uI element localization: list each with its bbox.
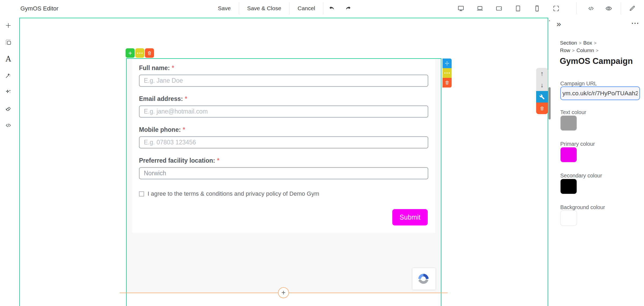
fullscreen-icon[interactable] <box>547 0 566 17</box>
secondary-colour-swatch[interactable] <box>560 179 577 194</box>
code-view-icon[interactable] <box>582 0 600 17</box>
primary-colour-label: Primary colour <box>560 141 595 147</box>
add-section-button[interactable]: + <box>278 287 289 298</box>
tablet-portrait-preview-icon[interactable] <box>508 0 528 17</box>
typography-icon[interactable]: A <box>0 50 17 67</box>
laptop-preview-icon[interactable] <box>470 0 489 17</box>
redo-icon[interactable] <box>340 0 357 17</box>
email-input[interactable] <box>139 105 428 118</box>
undo-icon[interactable] <box>323 0 340 17</box>
save-and-close-button[interactable]: Save & Close <box>239 0 289 17</box>
terms-checkbox[interactable] <box>139 191 144 196</box>
layout-sections-icon[interactable] <box>0 34 17 50</box>
collapse-panel-icon[interactable]: » <box>557 19 561 28</box>
required-marker: * <box>185 95 187 102</box>
trash-icon <box>444 80 450 85</box>
topbar-actions: Save Save & Close Cancel <box>210 0 357 17</box>
cancel-button[interactable]: Cancel <box>290 0 323 17</box>
delete-section-button[interactable] <box>536 103 548 114</box>
settings-panel: » ⋯ Section>Box> Row>Column> GymOS Campa… <box>551 17 644 306</box>
add-element-icon[interactable] <box>0 17 17 34</box>
magic-wand-icon[interactable] <box>0 67 17 84</box>
breadcrumb-column[interactable]: Column <box>576 48 594 53</box>
delete-column-button[interactable] <box>442 78 452 88</box>
wrench-icon <box>539 94 545 100</box>
move-down-button[interactable]: ↓ <box>536 79 548 91</box>
editor-sidebar: A <box>0 17 17 134</box>
breadcrumb: Section>Box> Row>Column> <box>560 39 600 54</box>
delete-block-button[interactable] <box>145 48 154 58</box>
section-controls: ↑ ↓ <box>536 68 548 114</box>
text-colour-swatch[interactable] <box>560 115 577 131</box>
breadcrumb-box[interactable]: Box <box>583 40 592 46</box>
top-bar: GymOS Editor Save Save & Close Cancel <box>0 0 644 17</box>
block-toolbar: + <box>126 48 154 58</box>
move-handle-button[interactable] <box>442 59 452 68</box>
mobile-phone-input[interactable] <box>139 136 428 148</box>
source-code-icon[interactable] <box>0 117 17 134</box>
app-title: GymOS Editor <box>20 5 58 12</box>
preview-toolbar <box>451 0 640 17</box>
column-toolbar <box>442 59 452 88</box>
field-label: Mobile phone:* <box>139 126 185 133</box>
mobile-preview-icon[interactable] <box>528 0 547 17</box>
primary-colour-swatch[interactable] <box>560 147 577 162</box>
recaptcha-icon <box>416 272 430 286</box>
edit-pencil-icon[interactable] <box>624 0 640 17</box>
add-block-button[interactable]: + <box>126 48 135 58</box>
breadcrumb-row[interactable]: Row <box>560 48 570 53</box>
column-options-button[interactable] <box>442 68 452 78</box>
required-marker: * <box>183 126 185 133</box>
tablet-landscape-preview-icon[interactable] <box>489 0 508 17</box>
sparkles-ai-icon[interactable] <box>0 84 17 100</box>
secondary-colour-label: Secondary colour <box>560 173 602 179</box>
divider <box>621 2 621 14</box>
trash-icon <box>539 106 545 111</box>
eraser-icon[interactable] <box>0 100 17 117</box>
field-label: Full name:* <box>139 64 174 72</box>
required-marker: * <box>172 64 174 71</box>
trash-icon <box>147 50 152 56</box>
background-colour-swatch[interactable] <box>560 210 577 226</box>
field-label: Preferred facility location:* <box>139 157 219 164</box>
desktop-preview-icon[interactable] <box>451 0 470 17</box>
ellipsis-icon <box>444 72 450 74</box>
full-name-input[interactable] <box>139 75 428 87</box>
move-up-button[interactable]: ↑ <box>536 68 548 79</box>
save-button[interactable]: Save <box>210 0 239 17</box>
reorder-controls: ↑ ↓ <box>536 68 548 91</box>
ellipsis-icon <box>137 53 142 54</box>
scrollbar-up-arrow[interactable]: ▴ <box>549 19 550 22</box>
preview-eye-icon[interactable] <box>600 0 617 17</box>
settings-wrench-button[interactable] <box>536 91 548 103</box>
facility-location-input[interactable] <box>139 167 428 179</box>
field-label: Email address:* <box>139 95 187 103</box>
terms-label: I agree to the terms & conditions and pr… <box>148 190 319 197</box>
background-colour-label: Background colour <box>560 204 605 210</box>
text-colour-label: Text colour <box>560 109 586 115</box>
campaign-url-label: Campaign URL <box>560 81 597 87</box>
panel-overflow-icon[interactable]: ⋯ <box>631 18 639 28</box>
move-icon <box>444 61 450 66</box>
breadcrumb-section[interactable]: Section <box>560 40 577 46</box>
required-marker: * <box>217 157 219 164</box>
panel-title: GymOS Campaign <box>560 56 633 66</box>
terms-row: I agree to the terms & conditions and pr… <box>139 190 319 197</box>
submit-button[interactable]: Submit <box>392 209 428 225</box>
divider <box>576 2 577 14</box>
recaptcha-badge <box>412 268 436 290</box>
campaign-url-input[interactable] <box>560 86 640 100</box>
canvas-scrollbar[interactable] <box>548 87 551 119</box>
block-options-button[interactable] <box>135 48 144 58</box>
plus-icon: + <box>128 50 132 56</box>
